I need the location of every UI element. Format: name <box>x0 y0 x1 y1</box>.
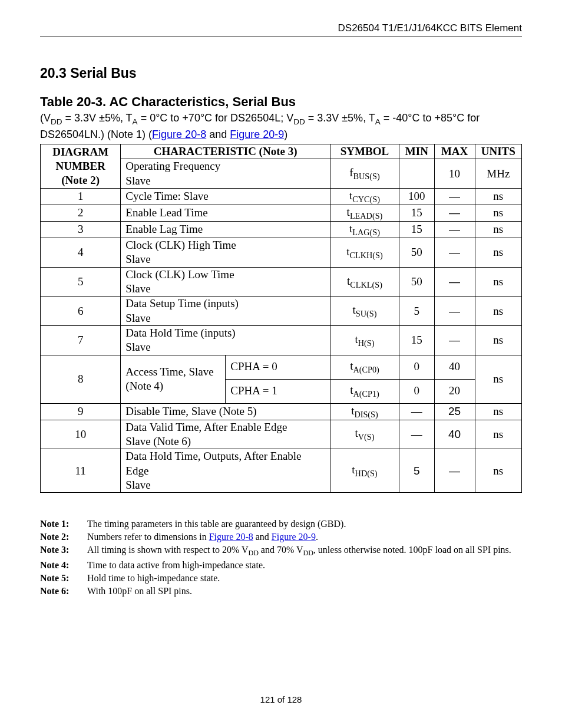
document-header: DS26504 T1/E1/J1/64KCC BITS Element <box>40 22 522 37</box>
table-cell: 7 <box>41 326 121 355</box>
table-cell: 2 <box>41 205 121 222</box>
table-cell: Operating FrequencySlave <box>121 159 330 189</box>
table-cell: tCYC(S) <box>330 189 399 205</box>
table-cell: — <box>434 297 475 326</box>
table-cell: tHD(S) <box>330 449 399 493</box>
table-cell: CPHA = 1 <box>226 379 330 403</box>
table-cell: 5 <box>399 449 434 493</box>
table-cell: 15 <box>399 205 434 222</box>
table-cell: 10 <box>434 159 475 189</box>
table-cell: 6 <box>41 297 121 326</box>
note-text: Hold time to high-impedance state. <box>87 573 522 584</box>
note-row: Note 2:Numbers refer to dimensions in Fi… <box>40 532 522 542</box>
note-row: Note 1:The timing parameters in this tab… <box>40 519 522 529</box>
table-row: 9Disable Time, Slave (Note 5)tDIS(S)—25n… <box>41 403 522 420</box>
table-row: 5Clock (CLK) Low TimeSlavetCLKL(S)50—ns <box>41 267 522 297</box>
table-cell: ns <box>475 297 521 326</box>
table-cell: MHz <box>475 159 521 189</box>
table-cell: 0 <box>399 379 434 403</box>
table-row: 11Data Hold Time, Outputs, After Enable … <box>41 449 522 493</box>
table-cell <box>399 159 434 189</box>
col-max: MAX <box>434 144 475 159</box>
table-cell: ns <box>475 267 521 297</box>
table-cell: ns <box>475 326 521 355</box>
note-row: Note 4:Time to data active from high-imp… <box>40 560 522 571</box>
col-units: UNITS <box>475 144 521 159</box>
table-cell: tSU(S) <box>330 297 399 326</box>
note-text: With 100pF on all SPI pins. <box>87 586 522 597</box>
note-row: Note 6:With 100pF on all SPI pins. <box>40 586 522 597</box>
table-cell: Clock (CLK) High TimeSlave <box>121 238 330 268</box>
table-cell: ns <box>475 449 521 493</box>
table-cell: Data Valid Time, After Enable EdgeSlave … <box>121 420 330 449</box>
table-cell: Access Time, Slave(Note 4) <box>121 355 226 403</box>
table-row: 8Access Time, Slave(Note 4)CPHA = 0tA(CP… <box>41 355 522 379</box>
col-symbol: SYMBOL <box>330 144 399 159</box>
section-heading: 20.3 Serial Bus <box>40 65 522 81</box>
table-cell: CPHA = 0 <box>226 355 330 379</box>
note-label: Note 3: <box>40 545 87 558</box>
note-text: All timing is shown with respect to 20% … <box>87 545 522 558</box>
table-cell: 3 <box>41 222 121 238</box>
note-label: Note 2: <box>40 532 87 542</box>
page-footer: 121 of 128 <box>0 694 562 704</box>
table-cell: 4 <box>41 238 121 268</box>
table-cell: ns <box>475 420 521 449</box>
table-cell: ns <box>475 189 521 205</box>
table-cell: Data Hold Time (inputs)Slave <box>121 326 330 355</box>
table-cell: — <box>434 222 475 238</box>
page: DS26504 T1/E1/J1/64KCC BITS Element 20.3… <box>0 0 562 728</box>
table-cell: — <box>434 449 475 493</box>
note-row: Note 3:All timing is shown with respect … <box>40 545 522 558</box>
table-cell: 15 <box>399 326 434 355</box>
table-cell: — <box>399 403 434 420</box>
table-cell: ns <box>475 205 521 222</box>
conditions-mid: and <box>206 129 230 140</box>
table-cell: — <box>434 238 475 268</box>
table-row: 1Cycle Time: SlavetCYC(S)100—ns <box>41 189 522 205</box>
table-cell: tDIS(S) <box>330 403 399 420</box>
figure-link-20-9[interactable]: Figure 20-9 <box>230 129 284 140</box>
note-row: Note 5:Hold time to high-impedance state… <box>40 573 522 584</box>
table-cell: tA(CP0) <box>330 355 399 379</box>
table-row: 7Data Hold Time (inputs)SlavetH(S)15—ns <box>41 326 522 355</box>
table-title: Table 20-3. AC Characteristics, Serial B… <box>40 94 522 110</box>
figure-link-20-8[interactable]: Figure 20-8 <box>152 129 206 140</box>
table-cell: tCLKH(S) <box>330 238 399 268</box>
table-cell: 15 <box>399 222 434 238</box>
table-cell: ns <box>475 222 521 238</box>
table-cell: Cycle Time: Slave <box>121 189 330 205</box>
table-conditions: (VDD = 3.3V ±5%, TA = 0°C to +70°C for D… <box>40 111 522 141</box>
table-cell: Data Hold Time, Outputs, After Enable Ed… <box>121 449 330 493</box>
table-cell: 50 <box>399 267 434 297</box>
table-cell: 11 <box>41 449 121 493</box>
notes-block: Note 1:The timing parameters in this tab… <box>40 519 522 597</box>
table-cell: tLEAD(S) <box>330 205 399 222</box>
table-cell: tV(S) <box>330 420 399 449</box>
note-text: Numbers refer to dimensions in Figure 20… <box>87 532 522 542</box>
table-cell: 1 <box>41 189 121 205</box>
table-row: 2Enable Lead TimetLEAD(S)15—ns <box>41 205 522 222</box>
table-cell: 40 <box>434 355 475 379</box>
table-row: 10Data Valid Time, After Enable EdgeSlav… <box>41 420 522 449</box>
note-text: The timing parameters in this table are … <box>87 519 522 529</box>
table-cell: Enable Lag Time <box>121 222 330 238</box>
table-cell: 100 <box>399 189 434 205</box>
note-label: Note 4: <box>40 560 87 571</box>
table-cell: — <box>434 267 475 297</box>
table-cell: 20 <box>434 379 475 403</box>
col-min: MIN <box>399 144 434 159</box>
table-cell: ns <box>475 238 521 268</box>
table-cell: ns <box>475 403 521 420</box>
table-row: 6Data Setup Time (inputs)SlavetSU(S)5—ns <box>41 297 522 326</box>
note-label: Note 6: <box>40 586 87 597</box>
table-cell: Disable Time, Slave (Note 5) <box>121 403 330 420</box>
table-cell: 25 <box>434 403 475 420</box>
table-row: 3Enable Lag TimetLAG(S)15—ns <box>41 222 522 238</box>
note-text: Time to data active from high-impedance … <box>87 560 522 571</box>
col-diagram: DIAGRAMNUMBER(Note 2) <box>41 144 121 189</box>
table-cell: tCLKL(S) <box>330 267 399 297</box>
note-label: Note 1: <box>40 519 87 529</box>
conditions-close: ) <box>284 129 287 140</box>
table-cell: — <box>434 326 475 355</box>
